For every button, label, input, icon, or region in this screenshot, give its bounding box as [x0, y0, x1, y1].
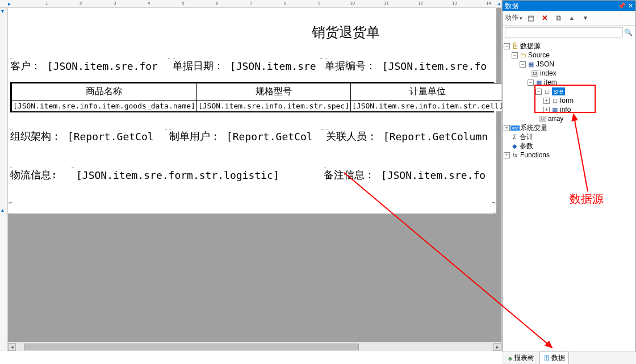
- tree-node-item[interactable]: −▦item: [504, 78, 634, 87]
- tree-node-array[interactable]: 12array: [504, 114, 634, 123]
- panel-title-label: 数据: [505, 1, 518, 11]
- report-page: ⌐ 销货退货单 ¬ ⌞ ⌟ ⌐ 客户： [JSON.item.sre.for ¬…: [8, 8, 496, 214]
- tab-report-tree[interactable]: ♣ 报表树: [504, 352, 538, 364]
- scroll-right-button[interactable]: ▸: [493, 343, 501, 351]
- data-icon: 🗄: [543, 355, 550, 362]
- tree-node-datasources[interactable]: −🗄数据源: [504, 41, 634, 51]
- field-customer[interactable]: ⌐ 客户： [JSON.item.sre.for ¬ ⌞: [10, 58, 170, 74]
- scroll-left-button[interactable]: ◂: [8, 343, 16, 351]
- horizontal-ruler: ▸ ◂ 1 2 3 4 5 6 7 8 9 10 11 12 13 14: [0, 0, 501, 8]
- td-unit[interactable]: [JSON.item.sre.info.item.str.cell]: [351, 101, 501, 112]
- horizontal-scrollbar[interactable]: ◂ ▸: [8, 342, 501, 351]
- search-row: 🔍: [503, 26, 635, 39]
- new-item-icon[interactable]: ▤: [526, 13, 536, 23]
- field-bill-code[interactable]: ⌐ 单据编号： [JSON.item.sre.fo: [325, 58, 494, 74]
- field-related[interactable]: ⌐ 关联人员： [Report.GetColumn: [326, 128, 494, 144]
- report-title[interactable]: ⌐ 销货退货单 ¬ ⌞ ⌟: [298, 24, 394, 41]
- field-org[interactable]: ⌐ 组织架构： [Report.GetCol ¬ ⌞: [10, 128, 167, 144]
- tree-node-form[interactable]: +⊡form: [504, 96, 634, 105]
- ruler-marker-right: ◂: [497, 1, 500, 7]
- ruler-marker-left: ▸: [8, 1, 11, 7]
- vruler-marker-bottom: ▴: [1, 207, 4, 213]
- copy-icon[interactable]: ⧉: [553, 13, 563, 23]
- panel-toolbar: 动作▾ ▤ ✕ ⧉ ▲ ▼: [503, 11, 635, 26]
- tree-node-info[interactable]: +▦info: [504, 105, 634, 114]
- td-spec[interactable]: [JSON.item.sre.info.item.str.spec]: [196, 101, 350, 112]
- field-logistics-label[interactable]: ⌐ 物流信息: ¬ ⌞ ⌟: [10, 167, 74, 183]
- field-maker[interactable]: ⌐ 制单用户： [Report.GetCol ¬: [169, 128, 324, 144]
- actions-dropdown[interactable]: 动作▾: [505, 13, 522, 23]
- td-goods-name[interactable]: [JSON.item.sre.info.item.goods_data.name…: [12, 101, 197, 112]
- down-icon[interactable]: ▼: [580, 13, 591, 23]
- design-canvas[interactable]: ⌐ 销货退货单 ¬ ⌞ ⌟ ⌐ 客户： [JSON.item.sre.for ¬…: [8, 8, 501, 351]
- tree-node-sre[interactable]: −⊡sre: [504, 87, 634, 96]
- vertical-ruler: ▾ ▴: [0, 8, 8, 351]
- search-input[interactable]: [505, 27, 623, 37]
- bottom-tabs: ♣ 报表树 🗄 数据: [502, 352, 636, 364]
- search-icon[interactable]: 🔍: [623, 28, 633, 36]
- data-panel: 数据 📌 ✕ 动作▾ ▤ ✕ ⧉ ▲ ▼ 🔍 −🗄数据源 −🗀Sou: [502, 0, 636, 364]
- th-goods-name[interactable]: 商品名称: [12, 83, 197, 101]
- data-tree[interactable]: −🗄数据源 −🗀Source −▦JSON 12index −▦item −⊡s…: [503, 39, 635, 363]
- tree-node-totals[interactable]: Σ合计: [504, 132, 634, 141]
- up-icon[interactable]: ▲: [567, 13, 577, 23]
- tree-node-json[interactable]: −▦JSON: [504, 60, 634, 69]
- panel-title-bar: 数据 📌 ✕: [503, 1, 635, 11]
- report-design-area: ▸ ◂ 1 2 3 4 5 6 7 8 9 10 11 12 13 14 ▾ ▴: [0, 0, 502, 351]
- annotation-label: 数据源: [570, 191, 604, 207]
- tree-node-source[interactable]: −🗀Source: [504, 51, 634, 60]
- vruler-marker-top: ▾: [1, 8, 4, 14]
- tree-icon: ♣: [508, 355, 512, 362]
- field-bill-date[interactable]: ⌐ 单据日期： [JSON.item.sre ¬: [173, 58, 323, 74]
- table-header-row: 商品名称 规格型号 计量单位 仓库: [12, 83, 502, 101]
- th-unit[interactable]: 计量单位: [351, 83, 501, 101]
- pin-icon[interactable]: 📌: [618, 2, 626, 10]
- tree-node-sysvars[interactable]: +var系统变量: [504, 123, 634, 132]
- tree-node-index[interactable]: 12index: [504, 69, 634, 78]
- scroll-thumb[interactable]: [24, 344, 359, 350]
- tree-node-functions[interactable]: +fxFunctions: [504, 150, 634, 160]
- report-table[interactable]: 商品名称 规格型号 计量单位 仓库 [JSON.item.sre.info.it…: [10, 82, 494, 112]
- tree-node-params[interactable]: ◆参数: [504, 141, 634, 150]
- field-remark[interactable]: ⌐ 备注信息： [JSON.item.sre.fo: [324, 167, 494, 183]
- field-logistics-expr[interactable]: [JSON.item.sre.form.str.logistic] ⌟: [76, 167, 292, 183]
- th-spec[interactable]: 规格型号: [196, 83, 350, 101]
- delete-icon[interactable]: ✕: [539, 13, 550, 23]
- tab-data[interactable]: 🗄 数据: [539, 352, 569, 364]
- close-panel-icon[interactable]: ✕: [628, 2, 633, 10]
- table-data-row: [JSON.item.sre.info.item.goods_data.name…: [12, 101, 502, 112]
